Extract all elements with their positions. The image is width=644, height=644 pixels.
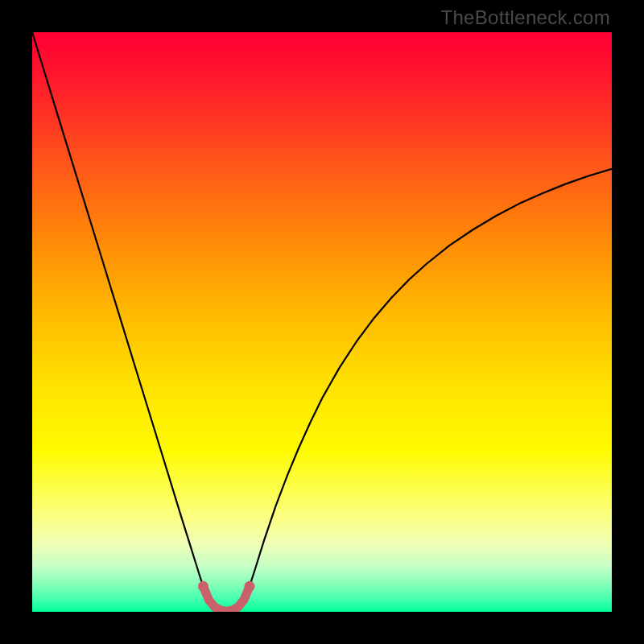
plot-area [32,32,612,612]
series-left-branch [32,32,226,612]
chart-curves [32,32,612,612]
watermark-label: TheBottleneck.com [440,6,610,29]
chart-frame: TheBottleneck.com [0,0,644,644]
series-right-branch [226,169,612,612]
marker-point [198,581,208,592]
series-bottom-red-overlay [203,586,250,611]
marker-point [245,581,255,592]
